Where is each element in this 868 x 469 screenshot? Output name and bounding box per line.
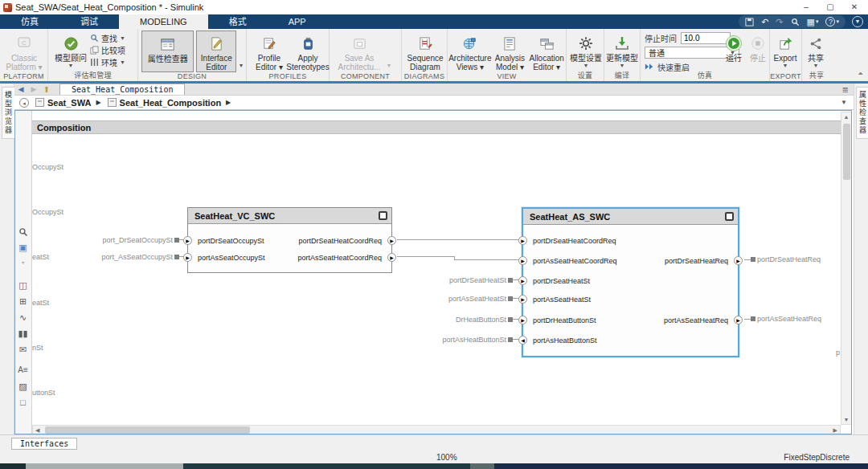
export-button[interactable]: Export ▼ <box>770 31 800 72</box>
diagram-canvas[interactable]: Composition OccupySt OccupySt eatSt eatS… <box>32 110 841 425</box>
tab-debug[interactable]: 调试 <box>59 14 119 29</box>
input-port[interactable]: ▶portDrSeatOccupySt <box>198 236 264 246</box>
ext-port-label[interactable]: portDrSeatHeatSt <box>398 275 506 285</box>
scroll-right-icon[interactable]: ▶ <box>833 427 837 434</box>
vertical-scroll-thumb[interactable] <box>843 124 850 180</box>
labeled-box-icon[interactable]: ⊞ <box>14 296 31 307</box>
zoom-icon[interactable] <box>14 227 31 237</box>
annotation-icon[interactable]: A≡ <box>14 365 31 374</box>
ext-port-label[interactable]: DrHeatButtonSt <box>398 315 506 324</box>
block-header[interactable]: SeatHeat_VC_SWC <box>188 208 391 224</box>
input-port[interactable]: ▶portDrSeatHeatCoordReq <box>533 236 616 246</box>
breadcrumb-root[interactable]: Seat_SWA <box>47 98 91 108</box>
profile-editor-button[interactable]: Profile Editor ▾ <box>252 31 287 72</box>
tab-modeling[interactable]: MODELING <box>119 14 208 29</box>
solver-name[interactable]: FixedStepDiscrete <box>784 453 850 462</box>
nav-up-icon[interactable]: ⬆ <box>40 84 53 95</box>
save-icon[interactable] <box>745 18 754 27</box>
allocation-editor-button[interactable]: Allocation Editor ▾ <box>527 31 566 72</box>
apply-stereotypes-button[interactable]: Apply Stereotypes <box>287 31 329 72</box>
component-gallery-caret[interactable]: ▼ <box>384 31 394 71</box>
scroll-up-icon[interactable]: ▲ <box>841 114 851 120</box>
input-port[interactable]: ▶portAsSeatHeatCoordReq <box>533 256 617 266</box>
tab-list-icon[interactable]: ≣ <box>842 85 849 94</box>
scroll-left-icon[interactable]: ◀ <box>35 427 39 434</box>
tab-simulation[interactable]: 仿真 <box>0 14 59 29</box>
input-port[interactable]: ▶portAsSeatOccupySt <box>198 253 265 263</box>
ext-port-label[interactable]: port_AsSeatOccupySt <box>64 252 173 262</box>
output-port[interactable]: portAsSeatHeatCoordReq▶ <box>297 253 382 263</box>
clipped-label: p <box>836 348 840 357</box>
breadcrumb-current[interactable]: Seat_Heat_Composition <box>120 98 222 108</box>
sequence-diagram-button[interactable]: Sequence Diagram <box>404 31 446 72</box>
mail-icon[interactable]: ✉ <box>14 345 31 355</box>
search-icon[interactable] <box>791 18 800 27</box>
component-seatheat-as-swc[interactable]: SeatHeat_AS_SWC ▶portDrSeatHeatCoordReq … <box>522 207 739 357</box>
input-port[interactable]: ▶portDrSeatHeatSt <box>533 276 590 286</box>
vertical-scrollbar[interactable]: ▲ ▼ <box>841 112 852 425</box>
update-model-button[interactable]: 更新模型 ▼ <box>604 31 640 72</box>
compare-button[interactable]: 比较项 <box>90 44 125 56</box>
close-button[interactable]: ✕ <box>842 1 866 14</box>
ext-port-label[interactable]: portDrSeatHeatReq <box>757 255 821 264</box>
architecture-views-button[interactable]: Architecture Views ▾ <box>448 31 493 72</box>
tab-app[interactable]: APP <box>268 14 327 29</box>
model-advisor-button[interactable]: 模型顾问 ▼ <box>51 31 90 72</box>
model-browser-tab[interactable]: 模型浏览器 <box>2 87 15 139</box>
group-label-platform: PLATFORM <box>0 72 47 80</box>
model-settings-button[interactable]: 模型设置 ▼ <box>568 31 604 72</box>
minimize-button[interactable]: – <box>794 1 818 14</box>
ext-port-label[interactable]: portAsSeatHeatSt <box>398 294 506 304</box>
connection-wire[interactable] <box>454 259 522 260</box>
output-port-left[interactable]: ◀portAsHeatButtonSt <box>533 336 597 345</box>
interface-editor-button[interactable]: Interface Editor <box>196 31 236 72</box>
screenshot-icon[interactable]: ▣ <box>14 243 31 253</box>
horizontal-scrollbar[interactable]: ◀ ▶ <box>32 425 841 434</box>
small-region-icon[interactable]: ▫ <box>14 259 31 267</box>
breadcrumb-sep2-icon[interactable]: ▶ <box>226 99 231 106</box>
ext-port-label[interactable]: portAsSeatHeatReq <box>757 314 821 324</box>
nav-back-icon[interactable]: ◀ <box>14 84 27 95</box>
input-port[interactable]: ▶portDrHeatButtonSt <box>533 316 596 325</box>
maximize-button[interactable]: ▢ <box>818 1 842 14</box>
component-seatheat-vc-swc[interactable]: SeatHeat_VC_SWC ▶portDrSeatOccupySt ▶por… <box>187 207 392 273</box>
browse-icon[interactable]: ◂ <box>19 98 29 108</box>
horizontal-scroll-thumb[interactable] <box>45 426 250 434</box>
tab-format[interactable]: 格式 <box>208 14 268 29</box>
breadcrumb-dropdown-icon[interactable]: ▼ <box>841 99 847 106</box>
layout-icon[interactable]: ▦▾ <box>807 17 819 27</box>
output-port[interactable]: portDrSeatHeatCoordReq▶ <box>298 236 382 246</box>
design-gallery-caret[interactable]: ▼ <box>236 31 246 71</box>
breadcrumb-sep-icon[interactable]: ▶ <box>96 99 100 106</box>
collapse-ribbon-icon[interactable]: ⏶ <box>858 70 863 78</box>
undo-icon[interactable]: ↶ <box>761 17 768 27</box>
property-inspector-tab[interactable]: 属性检查器 <box>856 87 868 139</box>
help-icon[interactable]: ?▾ <box>825 17 839 27</box>
group-platform: C Classic Platform ▾ PLATFORM <box>0 29 48 81</box>
interfaces-tab[interactable]: Interfaces <box>11 438 77 450</box>
subsystem-icon[interactable]: ◫ <box>14 280 31 291</box>
output-port[interactable]: portDrSeatHeatReq▶ <box>665 256 728 266</box>
ext-port-label[interactable]: port_DrSeatOccupySt <box>64 235 173 245</box>
environment-button[interactable]: 环境▼ <box>90 56 125 68</box>
find-button[interactable]: 查找▼ <box>90 32 125 44</box>
bus-icon[interactable]: ▮▮ <box>14 328 31 339</box>
output-port[interactable]: portAsSeatHeatReq▶ <box>664 316 728 325</box>
find-caret-icon: ▼ <box>120 35 125 41</box>
redo-icon[interactable]: ↷ <box>776 17 783 27</box>
analysis-model-button[interactable]: Analysis Model ▾ <box>493 31 528 72</box>
image-icon[interactable]: ▨ <box>14 381 31 392</box>
toolstrip-options-icon[interactable]: ▼ <box>852 16 863 27</box>
run-button[interactable]: 运行 <box>721 31 747 72</box>
share-button[interactable]: 共享 ▼ <box>802 31 829 72</box>
scroll-down-icon[interactable]: ▼ <box>841 417 851 422</box>
block-header[interactable]: SeatHeat_AS_SWC <box>523 209 738 225</box>
connection-wire[interactable] <box>397 256 454 257</box>
connection-wire[interactable] <box>397 239 522 240</box>
document-tab[interactable]: Seat_Heat_Composition <box>59 84 185 95</box>
property-inspector-button[interactable]: 属性检查器 <box>141 31 194 72</box>
input-port[interactable]: ▶portAsSeatHeatSt <box>533 295 591 304</box>
ext-port-label[interactable]: portAsHeatButtonSt <box>398 335 506 345</box>
empty-box-icon[interactable]: □ <box>14 398 31 407</box>
signal-icon[interactable]: ∿ <box>14 312 31 323</box>
